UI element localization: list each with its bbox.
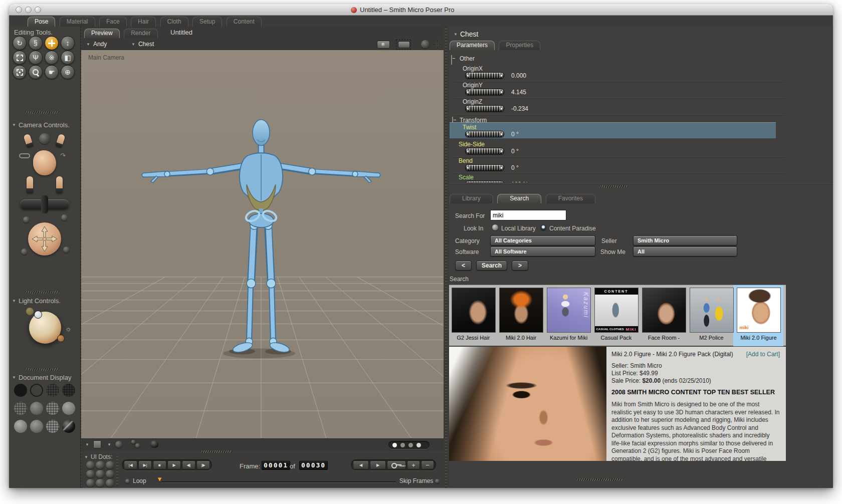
- color-tool[interactable]: ◧: [61, 51, 75, 65]
- search-input[interactable]: [490, 210, 566, 220]
- light-indicator-2[interactable]: [34, 311, 42, 319]
- collapse-triangle-icon[interactable]: ▼: [454, 32, 458, 37]
- param-dial-sideside[interactable]: [465, 148, 504, 154]
- taper-tool[interactable]: Ψ: [29, 51, 43, 65]
- tab-properties[interactable]: Properties: [499, 41, 540, 50]
- twist-tool[interactable]: §: [29, 36, 43, 50]
- main-tab-setup[interactable]: Setup: [192, 17, 222, 27]
- scale-tool[interactable]: [13, 51, 27, 65]
- param-dial-bend[interactable]: [465, 164, 504, 171]
- loop-toggle[interactable]: [125, 479, 130, 483]
- result-thumb-m2-police[interactable]: M2 Police: [688, 288, 735, 341]
- add-to-cart-link[interactable]: [Add to Cart]: [746, 351, 780, 358]
- depth-cue-icon[interactable]: [93, 440, 101, 448]
- direct-manipulation-tool[interactable]: ⊕: [61, 65, 75, 79]
- edit-keyframes-button[interactable]: [387, 460, 406, 469]
- step-back-button[interactable]: ◀|: [182, 460, 195, 469]
- palette-divider-grip[interactable]: [599, 185, 628, 188]
- panel-resize-grip[interactable]: [576, 478, 622, 481]
- grouping-tool[interactable]: [13, 65, 27, 79]
- shadow-ball-icon[interactable]: [150, 440, 158, 448]
- param-dial-originz[interactable]: [465, 105, 504, 112]
- frame-current-counter[interactable]: 00001: [262, 461, 290, 470]
- 3d-viewport[interactable]: Main Camera: [81, 50, 444, 438]
- display-mode-flat-lined[interactable]: [46, 402, 59, 415]
- ui-dot[interactable]: [96, 461, 104, 469]
- delete-keyframe-button[interactable]: −: [421, 460, 434, 469]
- camera-trackball-control[interactable]: [28, 222, 61, 256]
- param-dial-originy[interactable]: [465, 89, 504, 95]
- create-light-icon[interactable]: ☼: [65, 325, 72, 333]
- main-tab-content[interactable]: Content: [227, 17, 262, 27]
- ui-dots-grid[interactable]: [86, 461, 114, 487]
- animation-divider-grip[interactable]: [200, 450, 232, 453]
- light-trackball-control[interactable]: [29, 312, 61, 344]
- tab-search[interactable]: Search: [497, 194, 541, 203]
- tracking-ball-icon[interactable]: [115, 441, 122, 448]
- camera-key-icon[interactable]: [19, 153, 30, 158]
- last-frame-button[interactable]: ▶|: [138, 460, 152, 469]
- collapse-triangle-icon[interactable]: ▼: [12, 299, 16, 303]
- main-tab-face[interactable]: Face: [99, 17, 127, 27]
- radio-local-library[interactable]: [492, 224, 498, 230]
- camera-preset-dot-4[interactable]: [63, 246, 70, 253]
- multi-ball-icon[interactable]: [131, 440, 135, 444]
- camera-flyaround-control[interactable]: [39, 133, 50, 144]
- result-thumb-kazumi-for-miki[interactable]: Kazumi Kazumi for Miki: [545, 288, 592, 341]
- element-menu[interactable]: ▼ Chest: [131, 41, 154, 48]
- ui-dot[interactable]: [96, 479, 104, 487]
- face-camera-control[interactable]: [33, 150, 56, 175]
- prev-page-button[interactable]: <: [455, 261, 472, 271]
- display-mode-lit-wireframe[interactable]: [14, 402, 27, 415]
- collapse-triangle-icon[interactable]: ▼: [12, 123, 16, 127]
- ui-dot[interactable]: [86, 479, 95, 487]
- left-hand-camera-control[interactable]: [27, 176, 33, 193]
- tab-render[interactable]: Render: [124, 29, 157, 38]
- collapse-group-button[interactable]: [451, 55, 452, 65]
- param-dial-scale[interactable]: [465, 181, 504, 182]
- tab-parameters[interactable]: Parameters: [450, 41, 495, 50]
- viewport-menu-triangle-icon[interactable]: ▼: [85, 442, 89, 447]
- panel-resize-groove[interactable]: [445, 27, 447, 488]
- collapse-triangle-icon[interactable]: ▼: [84, 455, 88, 459]
- viewport-page-dots[interactable]: [388, 441, 430, 449]
- category-select[interactable]: All Categories: [490, 235, 595, 245]
- timeline-slider[interactable]: [161, 481, 396, 482]
- camera-dolly-center-control[interactable]: [41, 195, 48, 213]
- actor-menu[interactable]: ▼ Andy: [86, 41, 107, 48]
- display-mode-cartoon[interactable]: [62, 402, 75, 415]
- result-thumb-miki-20-figure[interactable]: miki Miki 2.0 Figure: [735, 288, 782, 341]
- stop-button[interactable]: ■: [153, 460, 166, 469]
- display-mode-outline[interactable]: [30, 384, 43, 397]
- next-page-button[interactable]: >: [512, 261, 528, 271]
- minimize-button[interactable]: [25, 7, 32, 13]
- move-camera-icon[interactable]: [432, 39, 443, 50]
- ui-dot[interactable]: [86, 461, 95, 469]
- right-hand-camera-control[interactable]: [56, 176, 63, 193]
- result-thumb-miki-20-hair[interactable]: Miki 2.0 Hair: [498, 288, 544, 341]
- search-button[interactable]: Search: [476, 261, 507, 271]
- next-keyframe-button[interactable]: ▶: [370, 460, 386, 469]
- tracking-menu-triangle-icon[interactable]: ▼: [107, 442, 111, 447]
- display-mode-silhouette[interactable]: [14, 384, 27, 397]
- step-forward-button[interactable]: |▶: [196, 460, 210, 469]
- trackball-toggle-icon[interactable]: [421, 40, 430, 49]
- show-me-select[interactable]: All: [633, 246, 737, 257]
- chain-break-tool[interactable]: ☛: [45, 65, 59, 79]
- camera-preset-dot-3[interactable]: [21, 248, 28, 255]
- main-tab-material[interactable]: Material: [60, 17, 95, 27]
- rotate-tool[interactable]: ↻: [13, 36, 27, 50]
- palette-divider-grip[interactable]: [25, 111, 59, 114]
- page-dot-3[interactable]: [408, 443, 413, 447]
- multi-ball-icon[interactable]: [135, 443, 140, 448]
- display-mode-hidden-line[interactable]: [62, 384, 75, 397]
- software-select[interactable]: All Software: [490, 246, 595, 257]
- display-mode-preview[interactable]: [62, 420, 75, 433]
- seller-select[interactable]: Smith Micro: [633, 235, 737, 245]
- main-tab-cloth[interactable]: Cloth: [160, 17, 188, 27]
- viewport-camera-label[interactable]: Main Camera: [88, 54, 124, 61]
- main-tab-pose[interactable]: Pose: [28, 17, 55, 27]
- param-dial-originx[interactable]: [465, 72, 504, 79]
- page-dot-4[interactable]: [416, 443, 421, 447]
- first-frame-button[interactable]: |◀: [124, 460, 137, 469]
